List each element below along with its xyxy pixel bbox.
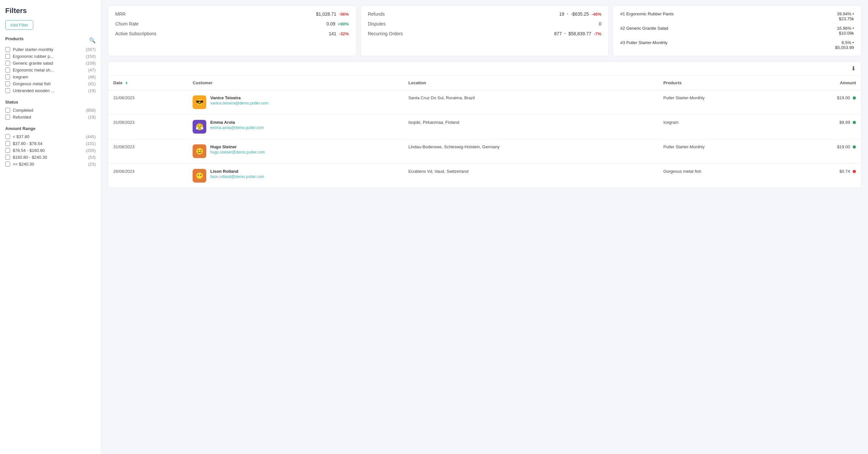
stat-value-group: $1,028.71 -56%	[316, 11, 349, 17]
cell-customer: 😎 Vanice Teixeira vanice.teixeira@demo.p…	[187, 90, 403, 115]
top-product-stats: 16.96% • $10.09k	[837, 26, 854, 36]
status-count: (858)	[86, 108, 96, 113]
product-label: Ergonomic rubber p...	[13, 54, 83, 59]
customer-email: vanice.teixeira@demo.putler.com	[210, 101, 268, 105]
top-product-stats: 8.5% • $5,053.99	[835, 40, 854, 50]
amount-cell: $0.74	[793, 169, 856, 174]
filter-item: < $37.80 (445)	[5, 134, 96, 139]
stat-value: 141	[329, 31, 336, 36]
cell-amount: $19.00	[788, 139, 861, 164]
stat-value: 0.09	[327, 21, 335, 26]
product-checkbox[interactable]	[5, 54, 10, 59]
product-label: Ergonomic metal sh...	[13, 68, 86, 72]
stat-value: 0	[599, 21, 601, 26]
stats-card-2: Refunds 19•-$635.25-46% Disputes 0 Recur…	[361, 5, 609, 56]
cell-customer: 😐 Hugo Steiner hugo.steiner@demo.putler.…	[187, 139, 403, 164]
product-label: Icegram	[13, 74, 86, 79]
products-search-icon[interactable]: 🔍	[89, 37, 96, 43]
filter-item: Refunded (19)	[5, 115, 96, 120]
cell-amount: $9.99	[788, 115, 861, 139]
stat-value-group: 141 -32%	[329, 31, 349, 36]
product-checkbox[interactable]	[5, 81, 10, 86]
stat-label: Recurring Orders	[368, 31, 403, 36]
product-checkbox[interactable]	[5, 47, 10, 52]
product-checkbox[interactable]	[5, 61, 10, 66]
top-product-name: #3 Putler Starter-Monthly	[620, 40, 668, 45]
customer-name: Vanice Teixeira	[210, 95, 268, 100]
customer-info: Hugo Steiner hugo.steiner@demo.putler.co…	[210, 144, 265, 154]
table-row[interactable]: 31/08/2023 😎 Vanice Teixeira vanice.teix…	[108, 90, 861, 115]
top-product-item: #1 Ergonomic Rubber Pants 39.94% • $23.7…	[620, 11, 854, 21]
status-dot	[852, 145, 856, 149]
stat-change: -32%	[339, 31, 349, 36]
customer-info: Vanice Teixeira vanice.teixeira@demo.put…	[210, 95, 268, 105]
date-sort-icon[interactable]: ⬍	[125, 81, 128, 85]
top-product-percentage: 39.94% •	[837, 11, 854, 16]
col-location: Location	[403, 76, 658, 90]
filter-item: Generic granite salad (109)	[5, 61, 96, 66]
cell-amount: $0.74	[788, 164, 861, 188]
status-checkbox[interactable]	[5, 115, 10, 120]
customer-name: Emma Arola	[210, 120, 264, 125]
filter-item: $37.80 - $78.54 (101)	[5, 141, 96, 146]
cell-date: 31/08/2023	[108, 115, 187, 139]
product-checkbox[interactable]	[5, 74, 10, 79]
amount-checkbox[interactable]	[5, 162, 10, 167]
amount-checkbox[interactable]	[5, 148, 10, 153]
amount-count: (53)	[88, 155, 96, 160]
stat-change: -56%	[339, 12, 349, 17]
filter-item: Completed (858)	[5, 108, 96, 113]
top-product-percentage: 8.5% •	[835, 40, 854, 45]
stat-label: Disputes	[368, 21, 385, 26]
filter-item: Ergonomic rubber p... (150)	[5, 54, 96, 59]
cell-date: 26/08/2023	[108, 164, 187, 188]
filter-item: $160.80 - $240.30 (53)	[5, 155, 96, 160]
table-row[interactable]: 31/08/2023 😐 Hugo Steiner hugo.steiner@d…	[108, 139, 861, 164]
col-date: Date ⬍	[108, 76, 187, 90]
col-customer: Customer	[187, 76, 403, 90]
amount-checkbox[interactable]	[5, 141, 10, 146]
amount-value: $9.99	[839, 120, 850, 125]
status-label: Completed	[13, 108, 83, 113]
top-product-amount: $5,053.99	[835, 45, 854, 50]
table-row[interactable]: 31/08/2023 😤 Emma Arola emma.arola@demo.…	[108, 115, 861, 139]
product-label: Putler starter-monthly	[13, 47, 83, 52]
cell-location: Santa Cruz Do Sul, Roraima, Brazil	[403, 90, 658, 115]
add-filter-button[interactable]: Add Filter	[5, 20, 33, 30]
download-button[interactable]: ⬇	[851, 65, 856, 72]
customer-cell: 😤 Emma Arola emma.arola@demo.putler.com	[193, 120, 398, 133]
product-checkbox[interactable]	[5, 88, 10, 93]
amount-count: (23)	[88, 162, 96, 167]
stats-card-top-products: #1 Ergonomic Rubber Pants 39.94% • $23.7…	[613, 5, 862, 56]
stat-row: Active Subscriptions 141 -32%	[115, 31, 349, 36]
product-count: (267)	[86, 47, 96, 52]
sidebar-title: Filters	[5, 6, 96, 15]
avatar: 😐	[193, 144, 206, 158]
stat-change: -7%	[594, 31, 601, 36]
status-count: (19)	[88, 115, 96, 120]
cell-product: Putler Starter-Monthly	[658, 90, 788, 115]
table-row[interactable]: 26/08/2023 😶 Lison Rolland lison.rolland…	[108, 164, 861, 188]
amount-cell: $19.00	[793, 144, 856, 149]
status-section-title: Status	[5, 100, 96, 104]
transactions-table-section: ⬇ Date ⬍ Customer Location Products Amou…	[108, 61, 862, 188]
top-product-percentage: 16.96% •	[837, 26, 854, 31]
customer-cell: 😐 Hugo Steiner hugo.steiner@demo.putler.…	[193, 144, 398, 158]
main-content: MRR $1,028.71 -56% Churn Rate 0.09 +90% …	[101, 0, 868, 454]
col-products: Products	[658, 76, 788, 90]
amount-section-title: Amount Range	[5, 126, 96, 131]
amount-label: $78.54 - $160.80	[13, 148, 83, 153]
cell-customer: 😤 Emma Arola emma.arola@demo.putler.com	[187, 115, 403, 139]
customer-email: hugo.steiner@demo.putler.com	[210, 150, 265, 154]
status-checkbox[interactable]	[5, 108, 10, 113]
top-product-item: #2 Generic Granite Salad 16.96% • $10.09…	[620, 26, 854, 36]
amount-checkbox[interactable]	[5, 155, 10, 160]
product-checkbox[interactable]	[5, 68, 10, 72]
amount-checkbox[interactable]	[5, 134, 10, 139]
products-filter-section: Products 🔍 Putler starter-monthly (267) …	[5, 36, 96, 93]
amount-count: (445)	[86, 134, 96, 139]
stat-change: +90%	[338, 22, 349, 26]
customer-name: Lison Rolland	[210, 169, 264, 174]
filter-item: Gorgeous metal fish (41)	[5, 81, 96, 86]
filter-item: $78.54 - $160.80 (255)	[5, 148, 96, 153]
